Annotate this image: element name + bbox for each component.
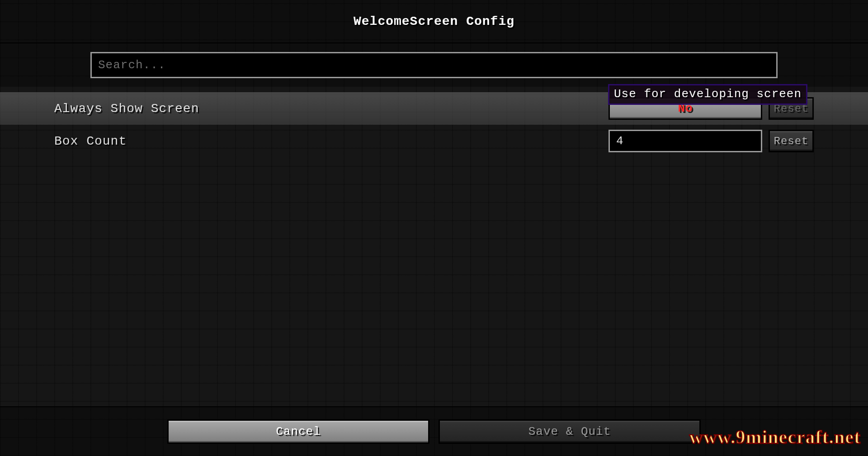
reset-button[interactable]: Reset: [769, 130, 814, 152]
save-label: Save & Quit: [528, 425, 611, 438]
config-label: Box Count: [54, 134, 609, 148]
search-area: [0, 43, 868, 87]
cancel-label: Cancel: [276, 425, 321, 438]
tooltip-text: Use for developing screen: [614, 87, 802, 101]
config-row-box-count: Box Count Reset: [0, 125, 868, 157]
tooltip: Use for developing screen: [608, 84, 807, 105]
header-bar: WelcomeScreen Config: [0, 0, 868, 43]
watermark: www.9minecraft.net: [689, 426, 861, 448]
cancel-button[interactable]: Cancel: [167, 419, 429, 444]
config-label: Always Show Screen: [54, 102, 609, 116]
search-input[interactable]: [90, 52, 778, 78]
reset-label: Reset: [774, 135, 808, 147]
config-control: [609, 130, 762, 152]
input-box-count[interactable]: [609, 130, 762, 152]
page-title: WelcomeScreen Config: [354, 14, 514, 28]
save-quit-button[interactable]: Save & Quit: [439, 419, 701, 444]
